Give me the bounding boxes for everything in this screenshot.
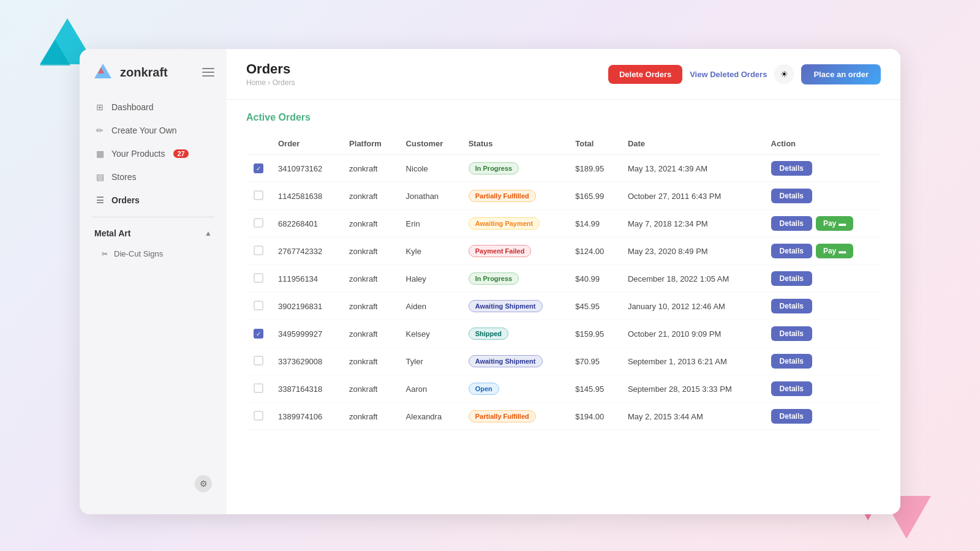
status-cell: Payment Failed bbox=[461, 238, 568, 265]
decorative-triangle-cyan-small bbox=[40, 40, 70, 66]
order-number: 682268401 bbox=[271, 210, 342, 238]
action-buttons: Details bbox=[771, 326, 873, 341]
order-date: September 1, 2013 6:21 AM bbox=[620, 348, 764, 375]
delete-orders-button[interactable]: Delete Orders bbox=[608, 65, 682, 84]
action-cell: Details bbox=[764, 265, 881, 293]
metal-art-group-header[interactable]: Metal Art ▲ bbox=[80, 222, 227, 244]
sidebar-item-stores[interactable]: ▤ Stores bbox=[80, 165, 227, 189]
order-date: September 28, 2015 3:33 PM bbox=[620, 375, 764, 403]
customer-name: Aaron bbox=[399, 375, 461, 403]
details-button[interactable]: Details bbox=[771, 161, 812, 176]
table-row: 2767742332 zonkraft Kyle Payment Failed … bbox=[246, 238, 881, 265]
table-row: 111956134 zonkraft Haley In Progress $40… bbox=[246, 265, 881, 293]
order-date: October 21, 2010 9:09 PM bbox=[620, 320, 764, 348]
orders-icon: ☰ bbox=[94, 195, 105, 206]
sidebar-bottom: ⚙ bbox=[80, 465, 227, 502]
action-cell: Details bbox=[764, 320, 881, 348]
sidebar-item-create-your-own[interactable]: ✏ Create Your Own bbox=[80, 119, 227, 142]
breadcrumb-separator: › bbox=[268, 78, 270, 87]
settings-icon[interactable]: ⚙ bbox=[195, 475, 212, 492]
action-buttons: Details bbox=[771, 189, 873, 203]
sidebar-item-label-orders: Orders bbox=[111, 195, 140, 205]
status-badge: Awaiting Payment bbox=[469, 217, 540, 230]
order-date: May 7, 2018 12:34 PM bbox=[620, 210, 764, 238]
platform-name: zonkraft bbox=[342, 155, 399, 182]
table-row: 3387164318 zonkraft Aaron Open $145.95 S… bbox=[246, 375, 881, 403]
theme-toggle-button[interactable]: ☀ bbox=[774, 64, 794, 84]
platform-name: zonkraft bbox=[342, 210, 399, 238]
platform-name: zonkraft bbox=[342, 403, 399, 430]
sidebar-item-dashboard[interactable]: ⊞ Dashboard bbox=[80, 96, 227, 119]
action-buttons: Details bbox=[771, 409, 873, 424]
details-button[interactable]: Details bbox=[771, 326, 812, 341]
order-date: May 13, 2021 4:39 AM bbox=[620, 155, 764, 182]
platform-name: zonkraft bbox=[342, 238, 399, 265]
nav-divider bbox=[92, 217, 214, 217]
sidebar-item-die-cut-signs[interactable]: ✂ Die-Cut Signs bbox=[80, 244, 227, 263]
breadcrumb: Home › Orders bbox=[246, 78, 598, 87]
action-cell: Details bbox=[764, 375, 881, 403]
col-platform: Platform bbox=[342, 133, 399, 155]
checkbox-cell bbox=[246, 182, 271, 210]
hamburger-menu-icon[interactable] bbox=[202, 68, 214, 77]
details-button[interactable]: Details bbox=[771, 354, 812, 369]
row-checkbox[interactable] bbox=[254, 383, 263, 393]
order-date: May 2, 2015 3:44 AM bbox=[620, 403, 764, 430]
active-orders-title: Active Orders bbox=[246, 112, 881, 123]
checkbox-cell bbox=[246, 375, 271, 403]
platform-name: zonkraft bbox=[342, 348, 399, 375]
row-checkbox[interactable] bbox=[254, 218, 263, 228]
details-button[interactable]: Details bbox=[771, 216, 812, 231]
customer-name: Haley bbox=[399, 265, 461, 293]
status-badge: Partially Fulfilled bbox=[469, 190, 536, 202]
status-badge: In Progress bbox=[469, 162, 519, 174]
sidebar-item-orders[interactable]: ☰ Orders bbox=[80, 189, 227, 212]
total-amount: $159.95 bbox=[568, 320, 620, 348]
sidebar-item-label-create-your-own: Create Your Own bbox=[111, 126, 177, 135]
pay-button[interactable]: Pay ▬ bbox=[816, 244, 853, 258]
row-checkbox[interactable] bbox=[254, 190, 263, 200]
sidebar-logo: zonkraft bbox=[80, 61, 227, 96]
logo-icon bbox=[92, 61, 114, 83]
total-amount: $165.99 bbox=[568, 182, 620, 210]
row-checkbox[interactable] bbox=[254, 356, 263, 365]
platform-name: zonkraft bbox=[342, 265, 399, 293]
pay-button[interactable]: Pay ▬ bbox=[816, 216, 853, 231]
breadcrumb-home: Home bbox=[246, 78, 266, 87]
total-amount: $14.99 bbox=[568, 210, 620, 238]
row-checkbox[interactable] bbox=[254, 246, 263, 255]
details-button[interactable]: Details bbox=[771, 244, 812, 258]
order-date: December 18, 2022 1:05 AM bbox=[620, 265, 764, 293]
total-amount: $189.95 bbox=[568, 155, 620, 182]
place-order-button[interactable]: Place an order bbox=[801, 64, 881, 84]
status-cell: Partially Fulfilled bbox=[461, 182, 568, 210]
details-button[interactable]: Details bbox=[771, 189, 812, 203]
details-button[interactable]: Details bbox=[771, 271, 812, 286]
action-buttons: Details Pay ▬ bbox=[771, 244, 873, 258]
order-number: 3387164318 bbox=[271, 375, 342, 403]
view-deleted-orders-button[interactable]: View Deleted Orders bbox=[690, 70, 767, 79]
status-cell: Partially Fulfilled bbox=[461, 403, 568, 430]
details-button[interactable]: Details bbox=[771, 299, 812, 313]
products-badge: 27 bbox=[173, 149, 188, 158]
status-badge: Payment Failed bbox=[469, 245, 532, 257]
orders-table: Order Platform Customer Status Total Dat… bbox=[246, 133, 881, 430]
row-checkbox[interactable] bbox=[254, 301, 263, 310]
row-checkbox[interactable]: ✓ bbox=[254, 163, 263, 173]
pencil-icon: ✏ bbox=[94, 125, 105, 136]
row-checkbox[interactable] bbox=[254, 273, 263, 283]
row-checkbox[interactable] bbox=[254, 411, 263, 421]
row-checkbox[interactable]: ✓ bbox=[254, 329, 263, 339]
details-button[interactable]: Details bbox=[771, 409, 812, 424]
status-badge: Shipped bbox=[469, 328, 508, 340]
status-cell: Open bbox=[461, 375, 568, 403]
total-amount: $45.95 bbox=[568, 293, 620, 320]
col-checkbox bbox=[246, 133, 271, 155]
sidebar-item-your-products[interactable]: ▦ Your Products 27 bbox=[80, 142, 227, 165]
scissors-icon: ✂ bbox=[102, 250, 108, 258]
table-row: 1142581638 zonkraft Jonathan Partially F… bbox=[246, 182, 881, 210]
main-content: Orders Home › Orders Delete Orders View … bbox=[227, 49, 900, 514]
action-cell: Details bbox=[764, 403, 881, 430]
action-buttons: Details bbox=[771, 271, 873, 286]
details-button[interactable]: Details bbox=[771, 381, 812, 396]
